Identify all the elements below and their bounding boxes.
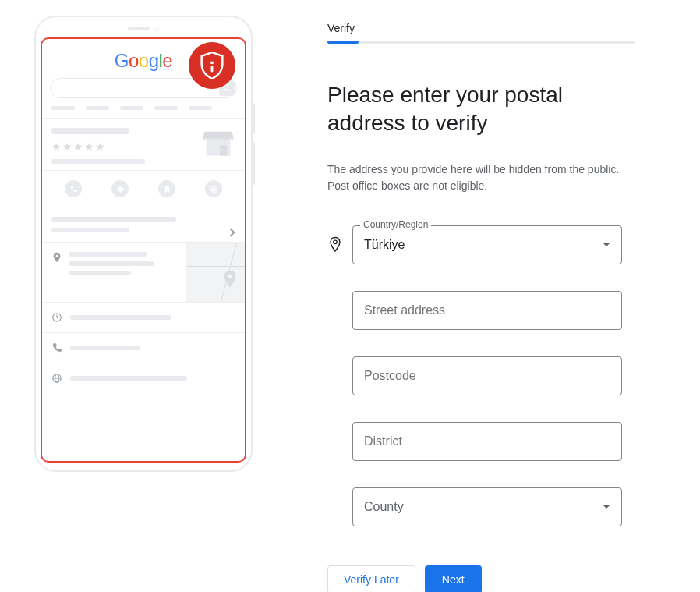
chevron-down-icon (603, 505, 610, 509)
chevron-down-icon (603, 243, 610, 246)
alert-shield-icon (189, 42, 235, 89)
step-label: Verify (327, 22, 653, 34)
store-icon (201, 125, 235, 162)
phone-mockup: Google ★★★★★ (34, 16, 253, 472)
progress-bar (327, 41, 635, 44)
postcode-input[interactable] (352, 356, 622, 395)
next-button[interactable]: Next (425, 565, 482, 592)
svg-rect-1 (211, 66, 214, 73)
page-title: Please enter your postal address to veri… (327, 81, 639, 138)
county-select[interactable]: County (352, 487, 622, 526)
bookmark-icon (158, 180, 175, 197)
svg-point-0 (210, 61, 214, 64)
chevron-right-icon (226, 228, 235, 236)
street-address-input[interactable] (352, 291, 622, 330)
location-pin-icon (51, 250, 62, 294)
call-icon (65, 180, 82, 197)
phone-screen: Google ★★★★★ (41, 37, 246, 463)
district-input[interactable] (352, 422, 622, 461)
country-label: Country/Region (360, 219, 431, 230)
svg-line-3 (228, 90, 231, 92)
description: The address you provide here will be hid… (327, 161, 631, 194)
location-icon (327, 236, 343, 253)
country-select[interactable]: Türkiye (352, 225, 622, 264)
county-placeholder: County (364, 500, 404, 514)
website-icon (205, 180, 222, 197)
globe-icon (51, 373, 62, 384)
svg-rect-5 (220, 145, 227, 155)
country-value: Türkiye (364, 238, 405, 252)
svg-point-2 (224, 85, 228, 90)
verify-later-button[interactable]: Verify Later (327, 565, 415, 592)
map-thumbnail (186, 243, 245, 302)
directions-icon (111, 180, 129, 197)
phone-icon (51, 342, 62, 353)
clock-icon (51, 312, 62, 323)
svg-point-9 (228, 274, 232, 278)
